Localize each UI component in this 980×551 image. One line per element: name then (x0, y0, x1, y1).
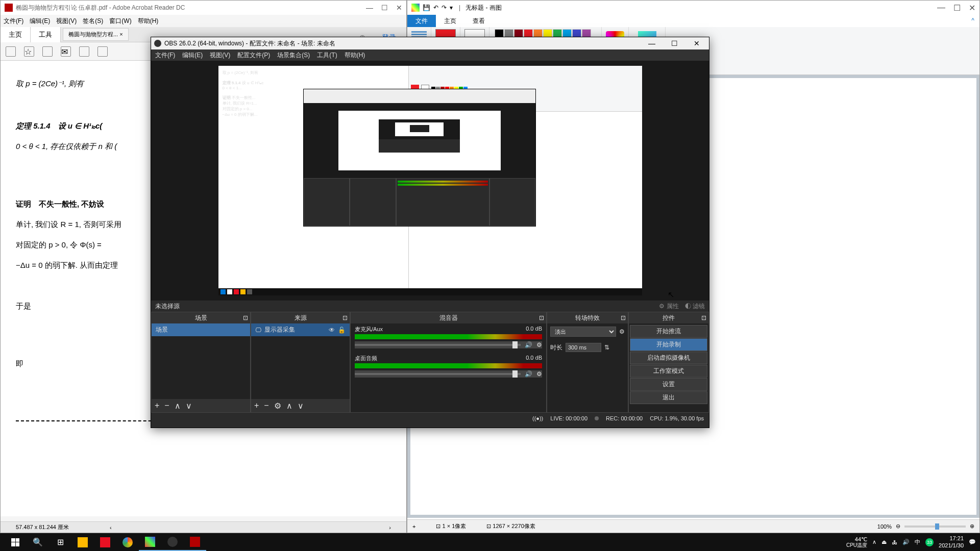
search-button[interactable]: 🔍 (27, 533, 49, 551)
obs-button[interactable] (161, 533, 184, 551)
menu-edit[interactable]: 编辑(E) (182, 51, 203, 60)
volume-slider[interactable]: 🔊 ⚙ (355, 370, 542, 378)
chrome-button[interactable] (116, 533, 139, 551)
start-stream-button[interactable]: 开始推流 (630, 325, 707, 338)
menu-help[interactable]: 帮助(H) (138, 17, 159, 26)
studio-mode-button[interactable]: 工作室模式 (630, 365, 707, 378)
visibility-icon[interactable]: 👁 (329, 327, 335, 334)
save-icon[interactable]: 💾 (423, 4, 430, 11)
qat-dropdown-icon[interactable]: ▾ (450, 4, 453, 11)
popout-icon[interactable]: ⊡ (539, 314, 544, 321)
star-icon[interactable]: ☆ (24, 46, 34, 57)
maximize-button[interactable]: ☐ (953, 3, 961, 13)
acrobat-button[interactable] (184, 533, 206, 551)
gear-icon[interactable]: ⚙ (536, 370, 542, 378)
zoom-in-button[interactable]: ⊕ (970, 523, 974, 530)
close-button[interactable]: ✕ (688, 39, 706, 47)
obs-preview[interactable]: 取 p = (2Ce)⁻¹, 则有 定理 5.1.4 设 u ∈ H¹ₗₒc 0… (151, 61, 709, 300)
minimize-button[interactable]: — (937, 3, 945, 13)
tab-tools[interactable]: 工具 (31, 27, 61, 42)
maximize-button[interactable]: ☐ (381, 4, 388, 12)
menu-tools[interactable]: 工具(T) (317, 51, 337, 60)
task-view-button[interactable]: ⊞ (49, 533, 71, 551)
explorer-button[interactable] (71, 533, 94, 551)
lock-icon[interactable]: 🔓 (338, 327, 346, 334)
spinner-icon[interactable]: ⇅ (604, 344, 609, 351)
tab-file[interactable]: 文件 (407, 15, 436, 27)
tray-app-icon[interactable]: 33 (925, 538, 934, 546)
menu-file[interactable]: 文件(F) (4, 17, 23, 26)
add-source-button[interactable]: + (254, 401, 259, 410)
clock[interactable]: 17:21 2021/1/30 (939, 535, 964, 548)
properties-button[interactable]: ⚙ 属性 (659, 302, 678, 311)
menu-help[interactable]: 帮助(H) (345, 51, 365, 60)
tray-ime-icon[interactable]: 中 (915, 538, 920, 546)
menu-window[interactable]: 窗口(W) (109, 17, 131, 26)
scroll-right-icon[interactable]: › (389, 524, 391, 531)
paint-button[interactable] (139, 533, 161, 551)
close-tab-icon[interactable]: × (119, 31, 122, 37)
popout-icon[interactable]: ⊡ (243, 314, 248, 321)
volume-slider[interactable]: 🔊 ⚙ (355, 341, 542, 348)
filters-button[interactable]: ◐ 滤镜 (685, 302, 705, 311)
menu-edit[interactable]: 编辑(E) (30, 17, 50, 26)
tray-network-icon[interactable]: 🖧 (892, 539, 897, 545)
start-record-button[interactable]: 开始录制 (630, 338, 707, 351)
app-button[interactable] (94, 533, 116, 551)
menu-scenes[interactable]: 场景集合(S) (277, 51, 310, 60)
mute-icon[interactable]: 🔊 (525, 370, 532, 378)
remove-source-button[interactable]: − (264, 401, 268, 410)
notifications-icon[interactable]: 💬 (969, 539, 976, 545)
file-tab[interactable]: 椭圆与抛物型方程... × (63, 28, 129, 41)
menu-sign[interactable]: 签名(S) (83, 17, 103, 26)
tab-home[interactable]: 主页 (436, 15, 464, 27)
maximize-button[interactable]: ☐ (665, 39, 683, 47)
scene-up-button[interactable]: ∧ (175, 401, 181, 411)
save-icon[interactable] (6, 46, 16, 57)
close-button[interactable]: ✕ (969, 3, 975, 13)
undo-icon[interactable]: ↶ (433, 4, 438, 11)
add-scene-button[interactable]: + (155, 401, 159, 410)
tab-view[interactable]: 查看 (464, 15, 493, 27)
gear-icon[interactable]: ⚙ (619, 328, 625, 335)
ribbon-collapse-icon[interactable]: ^ (966, 15, 979, 27)
zoom-out-button[interactable]: ⊖ (896, 523, 900, 530)
duration-input[interactable] (566, 343, 601, 352)
start-button[interactable] (4, 533, 27, 551)
scene-down-button[interactable]: ∨ (186, 401, 192, 411)
source-up-button[interactable]: ∧ (286, 401, 292, 411)
search-icon[interactable] (79, 46, 89, 57)
source-item[interactable]: 🖵 显示器采集 👁 🔓 (251, 323, 350, 336)
mute-icon[interactable]: 🔊 (525, 341, 532, 348)
obs-icon (154, 40, 161, 47)
source-settings-button[interactable]: ⚙ (274, 401, 281, 411)
gear-icon[interactable]: ⚙ (536, 341, 542, 348)
share-icon[interactable] (97, 46, 108, 57)
menu-view[interactable]: 视图(V) (210, 51, 230, 60)
exit-button[interactable]: 退出 (630, 391, 707, 404)
settings-button[interactable]: 设置 (630, 378, 707, 391)
popout-icon[interactable]: ⊡ (701, 314, 706, 321)
print-icon[interactable] (42, 46, 53, 57)
start-vcam-button[interactable]: 启动虚拟摄像机 (630, 352, 707, 364)
menu-profile[interactable]: 配置文件(P) (237, 51, 270, 60)
menu-file[interactable]: 文件(F) (155, 51, 175, 60)
minimize-button[interactable]: — (643, 39, 661, 47)
tray-chevron-icon[interactable]: ∧ (872, 539, 876, 545)
scene-item[interactable]: 场景 (152, 323, 250, 336)
source-down-button[interactable]: ∨ (298, 401, 304, 411)
redo-icon[interactable]: ↷ (442, 4, 447, 11)
zoom-slider[interactable] (904, 525, 966, 528)
remove-scene-button[interactable]: − (164, 401, 169, 410)
tray-volume-icon[interactable]: 🔊 (902, 539, 910, 545)
popout-icon[interactable]: ⊡ (621, 314, 626, 321)
minimize-button[interactable]: — (366, 4, 373, 12)
menu-view[interactable]: 视图(V) (56, 17, 77, 26)
mail-icon[interactable]: ✉ (61, 46, 71, 57)
scroll-left-icon[interactable]: ‹ (110, 524, 112, 531)
tab-home[interactable]: 主页 (1, 27, 31, 42)
tray-usb-icon[interactable]: ⏏ (881, 539, 887, 545)
transition-select[interactable]: 淡出 (550, 327, 616, 337)
popout-icon[interactable]: ⊡ (342, 314, 348, 321)
close-button[interactable]: ✕ (396, 4, 402, 12)
